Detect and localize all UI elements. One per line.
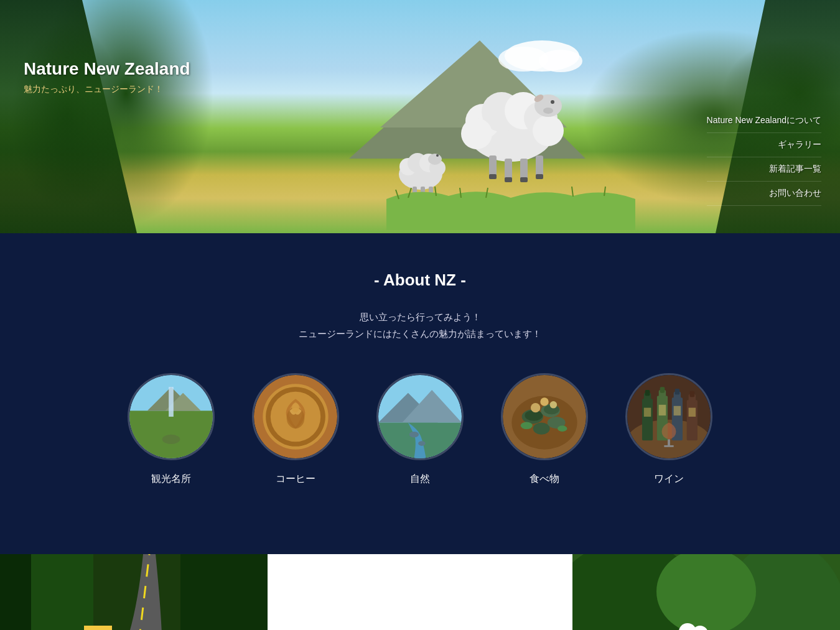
- category-coffee[interactable]: コーヒー: [252, 373, 339, 486]
- svg-point-45: [162, 435, 180, 444]
- svg-rect-87: [675, 389, 680, 395]
- nav-contact[interactable]: お問い合わせ: [707, 182, 821, 206]
- main-nav: Nature New Zealandについて ギャラリー 新着記事一覧 お問い合…: [707, 0, 821, 206]
- about-desc-line1: 思い立ったら行ってみよう！: [12, 308, 828, 325]
- category-wine[interactable]: ワイン: [625, 373, 712, 486]
- coffee-label: コーヒー: [276, 473, 315, 486]
- svg-line-37: [572, 187, 573, 197]
- about-section: - About NZ - 思い立ったら行ってみよう！ ニュージーランドにはたくさ…: [0, 233, 840, 554]
- svg-point-67: [533, 423, 550, 435]
- svg-rect-44: [169, 387, 174, 417]
- svg-point-73: [558, 425, 567, 432]
- hero-section: Nature New Zealand 魅力たっぷり、ニュージーランド！ Natu…: [0, 0, 840, 233]
- svg-point-8: [533, 115, 564, 146]
- svg-point-52: [292, 403, 299, 412]
- flowers-nature-image: [572, 554, 840, 630]
- svg-point-107: [656, 554, 756, 630]
- svg-rect-92: [689, 408, 696, 417]
- nature-circle-image: [376, 373, 464, 460]
- article-image-left[interactable]: !: [0, 554, 268, 630]
- svg-point-28: [436, 154, 439, 157]
- svg-rect-94: [664, 445, 673, 447]
- svg-rect-20: [520, 177, 528, 182]
- article-preview[interactable]: 2020-10-27 ニュージーランドについて調べる: [268, 554, 572, 630]
- site-subtitle: 魅力たっぷり、ニュージーランド！: [24, 84, 163, 95]
- svg-point-71: [540, 397, 548, 405]
- category-food[interactable]: 食べ物: [501, 373, 588, 486]
- about-description: 思い立ったら行ってみよう！ ニュージーランドにはたくさんの魅力が詰まっています！: [12, 308, 828, 342]
- svg-rect-17: [536, 155, 543, 177]
- category-list: 観光名所: [12, 373, 828, 486]
- svg-rect-91: [690, 391, 695, 397]
- category-nature[interactable]: 自然: [376, 373, 464, 486]
- svg-rect-19: [505, 177, 512, 182]
- svg-rect-79: [645, 390, 650, 396]
- nav-about[interactable]: Nature New Zealandについて: [707, 0, 821, 133]
- forest-road-image: !: [0, 554, 268, 630]
- svg-rect-15: [505, 159, 512, 180]
- svg-point-27: [428, 154, 442, 165]
- svg-rect-16: [520, 159, 528, 180]
- nav-gallery[interactable]: ギャラリー: [707, 133, 821, 157]
- svg-point-69: [531, 403, 540, 412]
- svg-rect-18: [489, 174, 497, 179]
- food-circle-image: [501, 373, 588, 460]
- svg-rect-14: [489, 155, 497, 177]
- svg-point-2: [539, 50, 582, 72]
- svg-rect-84: [659, 405, 666, 415]
- sightseeing-circle-image: [128, 373, 215, 460]
- svg-rect-88: [674, 406, 681, 415]
- category-sightseeing[interactable]: 観光名所: [128, 373, 215, 486]
- nature-label: 自然: [410, 473, 430, 486]
- svg-rect-97: [31, 554, 93, 630]
- svg-rect-77: [642, 399, 653, 440]
- site-title: Nature New Zealand: [24, 59, 190, 79]
- svg-marker-101: [84, 626, 112, 630]
- svg-rect-98: [180, 554, 268, 630]
- svg-point-70: [550, 401, 557, 408]
- food-label: 食べ物: [530, 473, 559, 486]
- nav-articles[interactable]: 新着記事一覧: [707, 157, 821, 182]
- svg-point-58: [409, 432, 419, 438]
- sheep-illustration: [386, 31, 635, 230]
- svg-point-11: [551, 100, 554, 104]
- about-desc-line2: ニュージーランドにはたくさんの魅力が詰まっています！: [12, 325, 828, 342]
- article-image-right[interactable]: [572, 554, 840, 630]
- svg-rect-89: [687, 400, 698, 440]
- svg-point-12: [543, 108, 553, 114]
- wine-circle-image: [625, 373, 712, 460]
- svg-rect-83: [660, 387, 665, 393]
- svg-point-72: [521, 422, 533, 429]
- about-title: - About NZ -: [12, 271, 828, 290]
- coffee-circle-image: [252, 373, 339, 460]
- bottom-articles-grid: ! 2020-10-27 ニュージーランドについて調べる: [0, 554, 840, 630]
- wine-label: ワイン: [654, 473, 684, 486]
- svg-point-59: [418, 441, 425, 446]
- svg-point-9: [461, 118, 492, 149]
- svg-rect-80: [644, 408, 651, 417]
- svg-rect-21: [536, 174, 543, 179]
- sightseeing-label: 観光名所: [151, 473, 191, 486]
